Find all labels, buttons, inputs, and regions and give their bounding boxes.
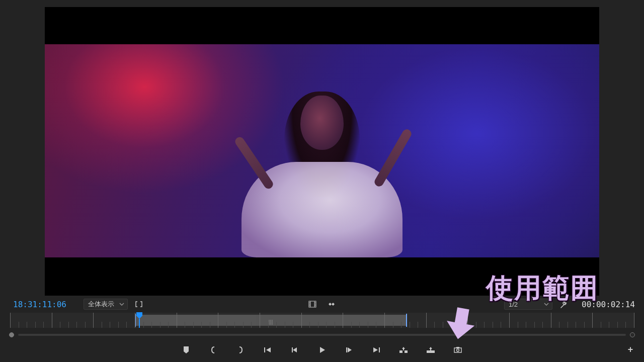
add-button[interactable]: + xyxy=(625,344,636,355)
bracket-icon[interactable] xyxy=(133,299,145,310)
video-still xyxy=(45,44,599,257)
svg-marker-20 xyxy=(348,347,352,352)
svg-marker-21 xyxy=(373,347,378,352)
zoom-out-handle[interactable] xyxy=(9,332,14,337)
svg-marker-16 xyxy=(293,347,297,352)
wrench-icon[interactable] xyxy=(557,299,570,310)
svg-rect-17 xyxy=(292,347,293,352)
transport-controls: + xyxy=(0,342,644,358)
mark-out-icon[interactable] xyxy=(234,344,247,356)
zoom-fit-value: 全体表示 xyxy=(88,300,114,309)
marker-icon[interactable] xyxy=(180,344,193,356)
zoom-track[interactable] xyxy=(18,334,626,336)
svg-marker-11 xyxy=(332,303,335,306)
svg-marker-25 xyxy=(402,347,405,350)
diamond-play-icon[interactable] xyxy=(326,299,338,310)
source-timecode[interactable]: 18:31:11:06 xyxy=(13,300,78,309)
playback-resolution-value: 1/2 xyxy=(509,301,518,308)
timeline-ruler[interactable] xyxy=(10,313,634,328)
in-out-range[interactable] xyxy=(135,315,406,326)
svg-marker-12 xyxy=(136,312,142,319)
svg-rect-26 xyxy=(427,350,435,353)
video-preview[interactable] xyxy=(45,7,599,296)
svg-rect-22 xyxy=(379,347,380,352)
goto-out-icon[interactable] xyxy=(370,344,383,356)
step-forward-icon[interactable] xyxy=(343,344,356,356)
zoom-slider-row xyxy=(9,328,635,342)
goto-in-icon[interactable] xyxy=(261,344,274,356)
svg-rect-24 xyxy=(405,350,408,353)
playback-resolution-select[interactable]: 1/2 xyxy=(504,299,552,310)
svg-rect-28 xyxy=(454,348,461,352)
source-monitor-panel: 使用範囲 18:31:11:06 全体表示 1/2 xyxy=(0,0,644,362)
svg-rect-13 xyxy=(139,319,140,328)
chevron-down-icon xyxy=(119,302,124,307)
zoom-fit-select[interactable]: 全体表示 xyxy=(84,299,128,310)
overwrite-icon[interactable] xyxy=(424,344,437,356)
out-point-marker[interactable] xyxy=(406,314,407,327)
chevron-down-icon xyxy=(544,302,549,307)
duration-timecode[interactable]: 00:00:02:14 xyxy=(575,300,635,309)
svg-rect-30 xyxy=(456,347,459,348)
svg-marker-27 xyxy=(429,347,432,350)
svg-marker-18 xyxy=(320,347,325,353)
video-area xyxy=(0,0,644,296)
playhead[interactable] xyxy=(136,312,143,328)
play-icon[interactable] xyxy=(315,344,329,356)
svg-rect-23 xyxy=(399,350,403,353)
zoom-in-handle[interactable] xyxy=(630,332,635,337)
svg-marker-15 xyxy=(266,347,271,352)
film-icon[interactable] xyxy=(306,299,318,310)
insert-icon[interactable] xyxy=(397,344,410,356)
step-back-icon[interactable] xyxy=(288,344,301,356)
svg-marker-10 xyxy=(329,303,332,306)
svg-point-29 xyxy=(457,349,459,351)
svg-rect-19 xyxy=(346,347,347,352)
svg-rect-14 xyxy=(264,347,265,352)
mark-in-icon[interactable] xyxy=(207,344,220,356)
export-frame-icon[interactable] xyxy=(451,344,464,356)
monitor-control-row: 18:31:11:06 全体表示 1/2 00:00:02:14 xyxy=(0,296,644,313)
